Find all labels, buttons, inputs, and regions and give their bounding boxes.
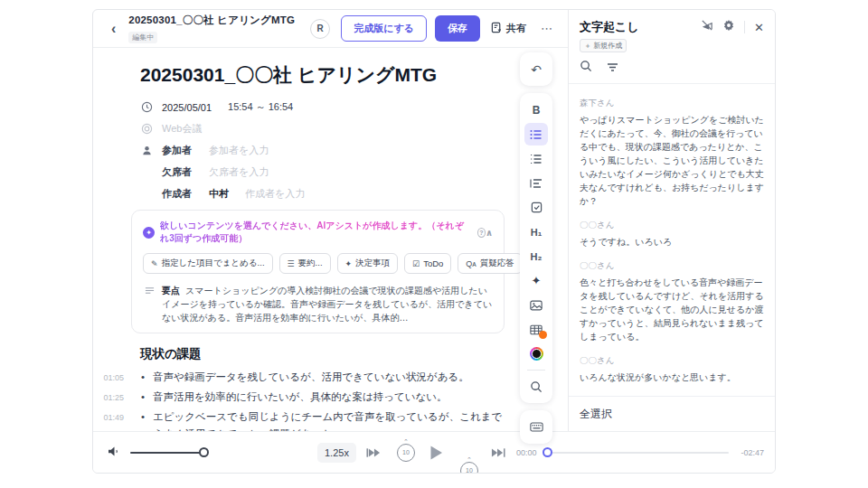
summary-lines-icon (145, 286, 155, 324)
collapse-icon[interactable]: ∧ (486, 228, 493, 238)
ai-summary: 要点スマートショッピングの導入検討御社の会議で現状の課題感や活用したいイメージを… (143, 284, 493, 324)
back-icon[interactable]: ‹ (106, 21, 121, 37)
table-icon[interactable] (524, 318, 548, 341)
keyboard-icon[interactable] (524, 416, 548, 438)
playback-speed-button[interactable]: 1.25x (317, 443, 356, 463)
agenda-timestamp[interactable]: 01:25 (93, 389, 124, 407)
agenda-timestamp[interactable]: 01:49 (93, 409, 124, 427)
speaker-name: 〇〇さん (580, 260, 764, 272)
edit-toolbar: ↶ B H₁ H₂ (520, 52, 552, 444)
summary-label: 要点 (162, 286, 180, 296)
ai-chip-icon: ✎ (151, 259, 158, 268)
main-column: ‹ 20250301_〇〇社 ヒアリングMTG 編集中 R 完成版にする 保存 … (93, 10, 569, 431)
agenda-text: 音声活用を効率的に行いたいが、具体的な案は持っていない。 (153, 391, 448, 402)
share-button[interactable]: 共有 (491, 22, 526, 35)
search-icon[interactable] (524, 375, 548, 398)
select-all-button[interactable]: 全選択 (580, 408, 612, 420)
absentees-row: 欠席者 欠席者を入力 (140, 165, 505, 179)
new-transcript-button[interactable]: ＋ 新規作成 (580, 39, 627, 52)
heading2-button[interactable]: H₂ (524, 245, 548, 267)
ai-chip-button[interactable]: ✦ 決定事項 (337, 253, 399, 274)
ai-chip-label: ToDo (423, 258, 443, 268)
skip-to-end-icon[interactable] (491, 447, 505, 458)
agenda-timestamp[interactable]: 01:05 (93, 370, 124, 387)
summary-text: スマートショッピングの導入検討御社の会議で現状の課題感や活用したいイメージを持っ… (162, 286, 492, 323)
close-icon[interactable]: ✕ (754, 21, 764, 34)
document-title[interactable]: 20250301_〇〇社 ヒアリングMTG (140, 62, 505, 88)
avatar[interactable]: R (310, 19, 330, 39)
help-icon[interactable]: ? (477, 228, 486, 238)
seek-bar[interactable] (543, 452, 729, 454)
volume-icon[interactable] (108, 445, 121, 461)
volume-slider[interactable] (130, 452, 204, 454)
ai-chip-button[interactable]: ✎ 指定した項目でまとめる... (143, 253, 273, 274)
seek-knob[interactable] (542, 447, 552, 457)
numbered-list-icon[interactable] (524, 147, 548, 170)
save-button[interactable]: 保存 (435, 15, 480, 42)
agenda-item[interactable]: 01:25 音声活用を効率的に行いたいが、具体的な案は持っていない。 (140, 389, 505, 406)
ai-sparkle-icon[interactable]: ✦ (524, 269, 548, 292)
outline-list-icon[interactable] (524, 172, 548, 194)
ai-bot-icon: ✦ (143, 227, 155, 239)
transcript-entry[interactable]: 〇〇さん 色々と打ち合わせをしている音声や録画データを残しているんですけど、それ… (580, 260, 764, 343)
speaker-name: 〇〇さん (580, 355, 764, 367)
gear-icon[interactable] (722, 19, 735, 35)
bullet-list-icon[interactable] (524, 123, 548, 145)
agenda-item[interactable]: 01:49 エピックベースでも同じようにチーム内で音声を取っているが、これまでう… (140, 408, 505, 431)
rewind-10-icon[interactable]: 10 (397, 444, 415, 462)
image-icon[interactable] (524, 294, 548, 316)
table-badge (539, 331, 547, 339)
meeting-type-placeholder[interactable]: Web会議 (162, 122, 202, 136)
transcript-entry[interactable]: 〇〇さん そうですね。いろいろ (580, 220, 764, 249)
checkbox-icon[interactable] (524, 196, 548, 219)
participants-row: 参加者 参加者を入力 (140, 144, 505, 157)
ai-chip-row: ✎ 指定した項目でまとめる... ☰ 要約... ✦ 決定事項 (143, 253, 493, 274)
transcript-entry[interactable]: 森下さん やっぱりスマートショッピングをご検討いただくにあたって、今、御社の会議… (580, 98, 764, 208)
target-icon (140, 123, 153, 136)
ai-chip-label: 決定事項 (355, 258, 390, 269)
meeting-type-row: Web会議 (140, 122, 505, 136)
transcript-search-icon[interactable] (580, 60, 592, 76)
ai-chip-icon: ☰ (288, 259, 295, 268)
mute-icon[interactable] (701, 19, 713, 35)
skip-to-start-icon[interactable] (366, 447, 381, 458)
ai-chip-button[interactable]: ☑ ToDo (404, 253, 451, 274)
agenda-text: 音声や録画データを残しているが、活用できていない状況がある。 (153, 371, 469, 382)
author-input[interactable]: 作成者を入力 (245, 187, 305, 201)
finalize-button[interactable]: 完成版にする (341, 15, 427, 42)
transcript-text[interactable]: いろんな状況が多いかなと思います。 (580, 371, 764, 384)
participants-input[interactable]: 参加者を入力 (209, 144, 269, 157)
agenda-item[interactable]: 01:05 音声や録画データを残しているが、活用できていない状況がある。 (140, 369, 505, 386)
transcript-text[interactable]: 色々と打ち合わせをしている音声や録画データを残しているんですけど、それを活用する… (580, 276, 764, 343)
transcript-text[interactable]: そうですね。いろいろ (580, 235, 764, 249)
text-color-icon[interactable] (524, 343, 548, 365)
author-value[interactable]: 中村 (209, 187, 229, 201)
participants-label: 参加者 (162, 144, 209, 157)
section-heading[interactable]: 現状の課題 (140, 346, 505, 362)
document-body: 20250301_〇〇社 ヒアリングMTG 2025/05/01 15:54 ～… (93, 48, 568, 431)
volume-knob[interactable] (199, 447, 209, 457)
meeting-date[interactable]: 2025/05/01 (162, 102, 212, 113)
filter-icon[interactable] (607, 60, 618, 76)
ai-chip-icon: Qᴀ (466, 259, 476, 268)
ai-chip-button[interactable]: ☰ 要約... (279, 253, 331, 274)
transcript-list[interactable]: 森下さん やっぱりスマートショッピングをご検討いただくにあたって、今、御社の会議… (569, 84, 775, 396)
agenda-list: 01:05 音声や録画データを残しているが、活用できていない状況がある。 01:… (140, 369, 505, 431)
ai-chip-button[interactable]: Qᴀ 質疑応答 (458, 253, 522, 274)
meeting-time-range[interactable]: 15:54 ～ 16:54 (228, 100, 293, 114)
ai-assist-box: ✦ 欲しいコンテンツを選んでください、AIアシストが作成します。（それぞれ3回ず… (131, 210, 505, 333)
transcript-entry[interactable]: 〇〇さん いろんな状況が多いかなと思います。 (580, 355, 764, 384)
undo-icon[interactable]: ↶ (524, 58, 548, 80)
bold-button[interactable]: B (524, 99, 548, 121)
transcript-text[interactable]: やっぱりスマートショッピングをご検討いただくにあたって、今、御社の会議を行ってい… (580, 113, 764, 208)
speaker-name: 〇〇さん (580, 220, 764, 231)
audio-player-bar: 1.25x 10 10 00:00 -02:47 (93, 431, 775, 473)
note-title-block: 20250301_〇〇社 ヒアリングMTG 編集中 (128, 14, 295, 43)
note-header: ‹ 20250301_〇〇社 ヒアリングMTG 編集中 R 完成版にする 保存 … (93, 10, 568, 48)
clock-icon (140, 101, 153, 114)
heading1-button[interactable]: H₁ (524, 221, 548, 243)
more-menu-icon[interactable]: ⋯ (535, 22, 559, 35)
absentees-input[interactable]: 欠席者を入力 (209, 165, 269, 179)
forward-10-icon[interactable]: 10 (460, 462, 478, 474)
play-icon[interactable] (429, 445, 443, 460)
